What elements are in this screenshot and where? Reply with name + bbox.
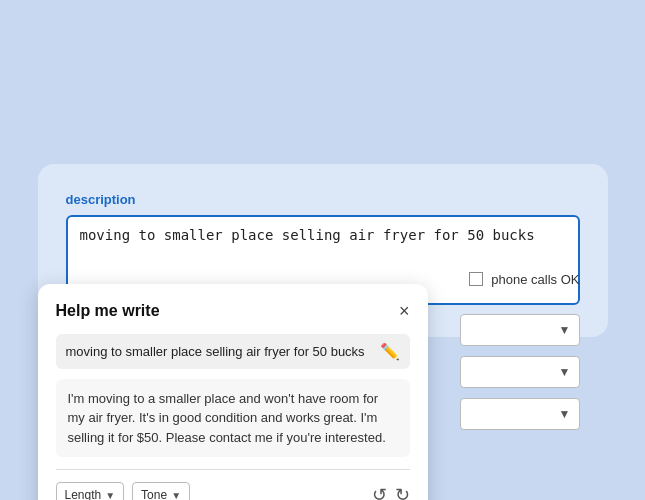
dropdown-1[interactable]: ▼ [460,314,580,346]
tone-dropdown[interactable]: Tone ▼ [132,482,190,500]
edit-icon[interactable]: ✏️ [380,342,400,361]
modal-title: Help me write [56,302,160,320]
chevron-down-icon-3: ▼ [559,407,571,421]
redo-button[interactable]: ↻ [395,484,410,500]
dropdown-3[interactable]: ▼ [460,398,580,430]
phone-calls-checkbox[interactable] [469,272,483,286]
action-icons: ↺ ↻ [372,484,410,500]
chevron-down-icon-2: ▼ [559,365,571,379]
tone-label: Tone [141,488,167,500]
tone-chevron-icon: ▼ [171,490,181,501]
help-modal: Help me write × moving to smaller place … [38,284,428,501]
dropdown-2[interactable]: ▼ [460,356,580,388]
length-chevron-icon: ▼ [105,490,115,501]
length-dropdown[interactable]: Length ▼ [56,482,125,500]
right-dropdowns: ▼ ▼ ▼ [460,314,580,430]
input-row: moving to smaller place selling air frye… [56,334,410,369]
close-button[interactable]: × [399,302,410,320]
contact-row: phone calls OK [469,272,579,287]
generated-text-box: I'm moving to a smaller place and won't … [56,379,410,458]
input-text: moving to smaller place selling air frye… [66,344,372,359]
divider [56,469,410,470]
modal-header: Help me write × [56,302,410,320]
description-label: description [66,192,580,207]
length-label: Length [65,488,102,500]
undo-button[interactable]: ↺ [372,484,387,500]
controls-row: Length ▼ Tone ▼ ↺ ↻ [56,482,410,500]
chevron-down-icon-1: ▼ [559,323,571,337]
phone-calls-label: phone calls OK [491,272,579,287]
outer-card: description ▼ ▼ ▼ phone calls OK Help me… [38,164,608,337]
